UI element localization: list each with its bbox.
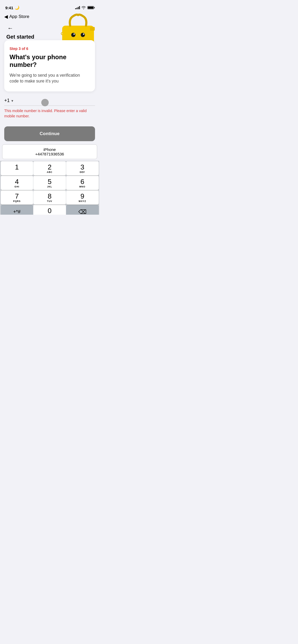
key-1[interactable]: 1 xyxy=(1,161,33,176)
key-backspace[interactable]: ⌫ xyxy=(66,205,99,215)
time-display: 9:41 xyxy=(5,6,13,10)
key-8[interactable]: 8 TUV xyxy=(33,190,66,205)
suggestion-phone-number: +447871936536 xyxy=(35,152,64,156)
svg-point-3 xyxy=(74,34,75,35)
key-7[interactable]: 7 PQRS xyxy=(1,190,33,205)
key-4[interactable]: 4 GHI xyxy=(1,176,33,190)
page-title: Get started xyxy=(6,34,34,40)
card-description: We're going to send you a verification c… xyxy=(10,72,90,84)
battery-icon xyxy=(87,6,94,9)
status-time: 9:41 🌙 xyxy=(5,5,20,10)
numeric-keypad: 1 2 ABC 3 DEF 4 GHI 5 JKL 6 xyxy=(0,161,99,215)
country-code-value: +1 xyxy=(4,98,10,103)
phone-number-input[interactable] xyxy=(15,98,95,103)
phone-input-section: +1 ▾ This mobile number is invalid. Plea… xyxy=(4,98,95,119)
step-label: Step 3 of 6 xyxy=(10,47,90,51)
page-title-container: ← Get started xyxy=(6,24,34,40)
suggestion-device-label: iPhone xyxy=(35,147,64,152)
key-3[interactable]: 3 DEF xyxy=(66,161,99,176)
back-arrow-icon: ◀ xyxy=(4,14,8,20)
keypad-row-1: 1 2 ABC 3 DEF xyxy=(1,161,99,176)
country-code-dropdown[interactable]: +1 ▾ xyxy=(4,98,15,103)
status-bar: 9:41 🌙 xyxy=(0,0,99,12)
back-chevron-icon: ← xyxy=(7,25,13,32)
keypad-row-4: +*# 0 ⌫ xyxy=(1,205,99,215)
error-message: This mobile number is invalid. Please en… xyxy=(4,108,95,119)
card-title: What's your phone number? xyxy=(10,53,90,69)
phone-row: +1 ▾ xyxy=(4,98,95,106)
key-2[interactable]: 2 ABC xyxy=(33,161,66,176)
app-screen: 9:41 🌙 ◀ App Store ← Get xyxy=(0,0,99,215)
key-0[interactable]: 0 xyxy=(33,205,66,215)
phone-suggestion[interactable]: iPhone +447871936536 xyxy=(2,144,97,159)
status-icons xyxy=(75,6,94,9)
wifi-icon xyxy=(82,6,86,9)
key-5[interactable]: 5 JKL xyxy=(33,176,66,190)
keypad-row-2: 4 GHI 5 JKL 6 MNO xyxy=(1,176,99,190)
keypad-row-3: 7 PQRS 8 TUV 9 WXYZ xyxy=(1,190,99,205)
svg-rect-6 xyxy=(90,27,95,31)
back-nav-label[interactable]: App Store xyxy=(9,14,29,19)
key-symbols[interactable]: +*# xyxy=(1,205,33,215)
info-card: Step 3 of 6 What's your phone number? We… xyxy=(4,40,95,91)
moon-icon: 🌙 xyxy=(15,5,20,10)
svg-point-2 xyxy=(81,33,85,37)
backspace-icon: ⌫ xyxy=(78,209,87,215)
chevron-down-icon: ▾ xyxy=(11,99,13,103)
svg-point-4 xyxy=(83,34,84,35)
continue-button[interactable]: Continue xyxy=(4,126,95,141)
svg-point-1 xyxy=(71,33,75,37)
key-9[interactable]: 9 WXYZ xyxy=(66,190,99,205)
suggestion-content: iPhone +447871936536 xyxy=(35,147,64,156)
back-button[interactable]: ← xyxy=(6,24,14,33)
signal-icon xyxy=(75,6,80,9)
key-6[interactable]: 6 MNO xyxy=(66,176,99,190)
